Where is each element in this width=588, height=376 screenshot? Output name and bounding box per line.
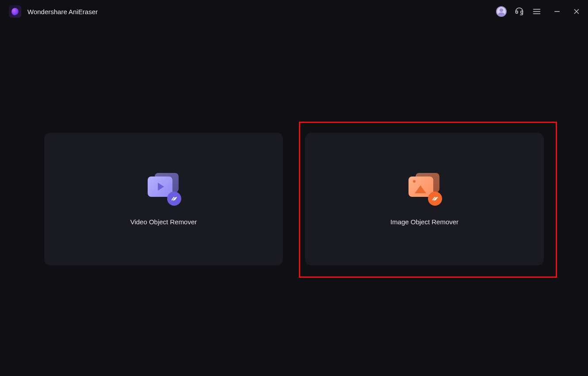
video-object-remover-card[interactable]: Video Object Remover (44, 133, 283, 265)
image-card-highlight-wrapper: Image Object Remover (305, 133, 544, 265)
user-avatar-icon[interactable] (496, 6, 507, 17)
close-button[interactable] (571, 6, 582, 17)
video-remover-icon (148, 173, 179, 205)
main-content: Video Object Remover Image Object Remove (0, 23, 588, 265)
hamburger-menu-icon[interactable] (531, 6, 542, 17)
video-card-label: Video Object Remover (130, 218, 197, 226)
titlebar-left: Wondershare AniEraser (9, 5, 98, 18)
app-logo-icon (9, 5, 21, 18)
minimize-button[interactable] (552, 6, 562, 17)
image-card-label: Image Object Remover (390, 218, 458, 226)
image-object-remover-card[interactable]: Image Object Remover (305, 133, 544, 265)
image-remover-icon (409, 173, 440, 205)
headset-icon[interactable] (514, 6, 524, 17)
window-controls (552, 6, 582, 17)
app-title: Wondershare AniEraser (27, 8, 98, 15)
titlebar-right (496, 6, 582, 17)
titlebar: Wondershare AniEraser (0, 0, 588, 23)
